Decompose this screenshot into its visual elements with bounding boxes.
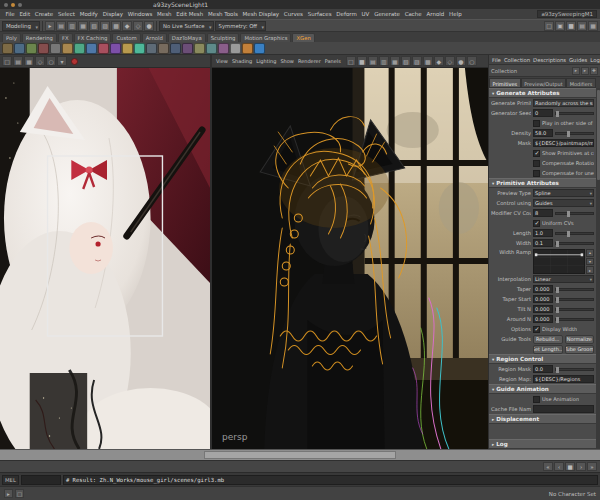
- menu-set-selector[interactable]: Modeling: [2, 21, 40, 31]
- section-log[interactable]: Log: [489, 439, 596, 449]
- menu-item[interactable]: Create: [32, 11, 55, 17]
- menu-item[interactable]: Cache: [402, 11, 424, 17]
- shelf-tab[interactable]: FX: [58, 33, 73, 42]
- xgen-menu-item[interactable]: Guides: [569, 57, 587, 63]
- shelf-tab[interactable]: Arnold: [142, 33, 167, 42]
- collection-icon[interactable]: ✚: [590, 67, 598, 75]
- reference-image[interactable]: [0, 68, 210, 449]
- render-icon[interactable]: ▦: [588, 21, 598, 31]
- density-field[interactable]: 58.0: [533, 129, 553, 137]
- character-set-status[interactable]: No Character Set: [549, 491, 596, 497]
- help-line-icon[interactable]: ▸: [4, 489, 13, 498]
- playback-button[interactable]: »: [587, 462, 597, 471]
- flip-checkbox[interactable]: [533, 120, 540, 127]
- shelf-icon[interactable]: [182, 43, 193, 54]
- set-length-button[interactable]: Set Length...: [533, 345, 563, 354]
- render-icon[interactable]: ■: [566, 21, 576, 31]
- viewport-toolbar-icon[interactable]: ▩: [423, 56, 433, 66]
- section-primitive-attributes[interactable]: Primitive Attributes: [489, 178, 596, 188]
- shelf-icon[interactable]: [170, 43, 181, 54]
- playback-button[interactable]: ■: [565, 462, 575, 471]
- menu-item[interactable]: Mesh Display: [240, 11, 281, 17]
- panel-toolbar-icon[interactable]: ◇: [35, 56, 45, 66]
- shelf-icon[interactable]: [2, 43, 13, 54]
- menu-item[interactable]: Surfaces: [305, 11, 334, 17]
- shelf-tab[interactable]: Motion Graphics: [240, 33, 291, 42]
- status-icon[interactable]: ▧: [89, 21, 99, 31]
- menu-item[interactable]: Windows: [125, 11, 154, 17]
- shelf-tab[interactable]: DazToMaya: [168, 33, 206, 42]
- menu-item[interactable]: Mesh Tools: [206, 11, 241, 17]
- viewport-toolbar-icon[interactable]: □: [346, 56, 356, 66]
- viewport-menu-item[interactable]: View: [214, 58, 230, 64]
- shelf-icon[interactable]: [50, 43, 61, 54]
- preview-type-dropdown[interactable]: Spline: [533, 189, 594, 197]
- workspace-selector[interactable]: a93zySweepingM1: [537, 10, 597, 18]
- shelf-icon[interactable]: [62, 43, 73, 54]
- section-displacement[interactable]: Displacement: [489, 414, 596, 424]
- length-field[interactable]: 1.0: [533, 229, 553, 237]
- viewport-toolbar-icon[interactable]: ▦: [390, 56, 400, 66]
- viewport-menu-item[interactable]: Lighting: [254, 58, 278, 64]
- viewport-menu-item[interactable]: Shading: [230, 58, 254, 64]
- cv-count-slider[interactable]: [555, 212, 594, 215]
- shelf-icon[interactable]: [134, 43, 145, 54]
- menu-item[interactable]: Edit: [17, 11, 32, 17]
- mask-expression-field[interactable]: ${DESC}/paintmaps/mask: [533, 139, 594, 147]
- render-icon[interactable]: ▣: [555, 21, 565, 31]
- xgen-tab[interactable]: Preview/Output: [521, 78, 567, 88]
- shelf-icon[interactable]: [146, 43, 157, 54]
- status-icon[interactable]: ▦: [78, 21, 88, 31]
- interpolation-dropdown[interactable]: Linear: [533, 275, 594, 283]
- display-width-checkbox[interactable]: [533, 326, 540, 333]
- viewport-toolbar-icon[interactable]: ◇: [445, 56, 455, 66]
- control-using-dropdown[interactable]: Guides: [533, 199, 594, 207]
- viewport-menu-item[interactable]: Show: [278, 58, 296, 64]
- menu-item[interactable]: Select: [56, 11, 78, 17]
- range-slider-handle[interactable]: [204, 451, 396, 459]
- shelf-icon[interactable]: [38, 43, 49, 54]
- viewport-toolbar-icon[interactable]: ■: [357, 56, 367, 66]
- panel-toolbar-icon[interactable]: ▾: [57, 56, 67, 66]
- playback-button[interactable]: ›: [576, 462, 586, 471]
- viewport-menu-item[interactable]: Renderer: [296, 58, 323, 64]
- status-icon[interactable]: ▸: [45, 21, 55, 31]
- live-surface-selector[interactable]: No Live Surface: [159, 21, 214, 31]
- ramp-expand-button[interactable]: ▸: [586, 266, 594, 274]
- menu-item[interactable]: Arnold: [424, 11, 447, 17]
- status-icon[interactable]: ▤: [56, 21, 66, 31]
- shelf-icon[interactable]: [74, 43, 85, 54]
- shelf-icon[interactable]: [254, 43, 265, 54]
- region-mask-slider[interactable]: [555, 368, 594, 371]
- width-field[interactable]: 0.1: [533, 239, 553, 247]
- xgen-menu-item[interactable]: File: [492, 57, 501, 63]
- shelf-tab[interactable]: Sculpting: [207, 33, 240, 42]
- status-icon[interactable]: ▨: [100, 21, 110, 31]
- viewport-toolbar-icon[interactable]: ●: [456, 56, 466, 66]
- menu-item[interactable]: UV: [359, 11, 372, 17]
- viewport-toolbar-icon[interactable]: ◆: [434, 56, 444, 66]
- xgen-menu-item[interactable]: Log: [590, 57, 599, 63]
- ramp-add-button[interactable]: ▴: [586, 249, 594, 257]
- viewport-toolbar-icon[interactable]: ▥: [379, 56, 389, 66]
- xgen-scrollbar[interactable]: [596, 88, 600, 449]
- shelf-icon[interactable]: [86, 43, 97, 54]
- taper-slider[interactable]: [555, 288, 594, 291]
- shelf-icon[interactable]: [122, 43, 133, 54]
- menu-item[interactable]: Generate: [372, 11, 402, 17]
- shelf-icon[interactable]: [218, 43, 229, 54]
- around-field[interactable]: 0.000: [533, 315, 553, 323]
- shelf-icon[interactable]: [242, 43, 253, 54]
- menu-item[interactable]: Help: [447, 11, 464, 17]
- status-icon[interactable]: ▩: [111, 21, 121, 31]
- generator-seed-slider[interactable]: [555, 112, 594, 115]
- panel-toolbar-icon[interactable]: ▤: [13, 56, 23, 66]
- playback-button[interactable]: «: [543, 462, 553, 471]
- generator-seed-field[interactable]: 0: [533, 109, 553, 117]
- taper-field[interactable]: 0.000: [533, 285, 553, 293]
- compensate-rotation-checkbox[interactable]: [533, 160, 540, 167]
- panel-toolbar-icon[interactable]: □: [2, 56, 12, 66]
- playback-button[interactable]: ‹: [554, 462, 564, 471]
- length-slider[interactable]: [555, 232, 594, 235]
- section-guide-animation[interactable]: Guide Animation: [489, 384, 596, 394]
